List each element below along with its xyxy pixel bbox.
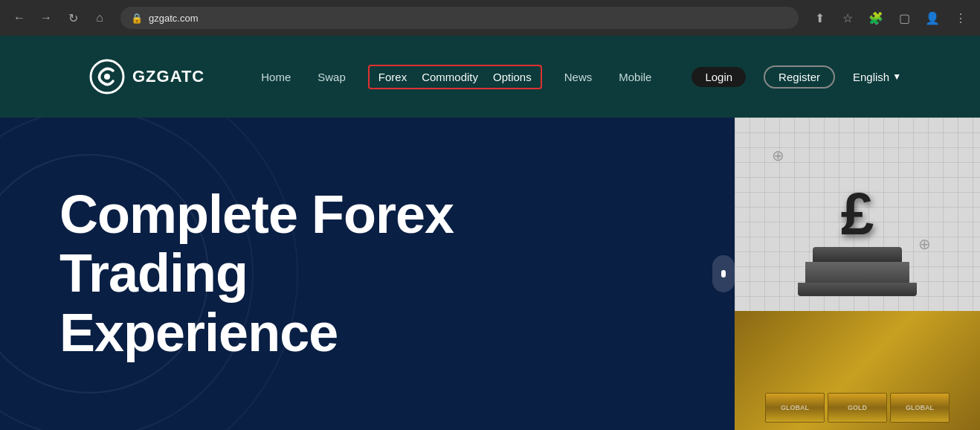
extensions-button[interactable]: 🧩 (865, 7, 886, 28)
share-button[interactable]: ⬆ (809, 7, 830, 28)
nav-mobile[interactable]: Mobile (614, 68, 656, 86)
home-button[interactable]: ⌂ (89, 7, 110, 28)
scroll-indicator (712, 255, 735, 292)
hero-line1: Complete Forex (59, 184, 454, 244)
browser-actions: ⬆ ☆ 🧩 ▢ 👤 ⋮ (809, 7, 971, 28)
hero-text-block: Complete Forex Trading Experience (0, 185, 454, 362)
pound-scene: ⊕ ⊕ £ (735, 118, 980, 311)
hero-line3: Experience (59, 303, 338, 362)
svg-point-1 (104, 74, 110, 80)
gold-bar-1: GLOBAL (765, 393, 825, 423)
hero-line2: Trading (59, 243, 248, 303)
logo-icon (89, 59, 125, 94)
pound-pedestal: £ (798, 184, 917, 296)
nav-home[interactable]: Home (257, 68, 295, 86)
gold-bar-2: GOLD (828, 393, 887, 423)
chevron-down-icon: ▼ (892, 71, 901, 82)
nav-swap[interactable]: Swap (313, 68, 350, 86)
crosshair-bottomright-icon: ⊕ (918, 235, 931, 253)
logo-area[interactable]: GZGATC (89, 59, 204, 94)
gold-bars: GLOBAL GOLD GLOBAL (735, 311, 980, 430)
url-text: gzgatc.com (149, 13, 198, 24)
site-header: GZGATC Home Swap Forex Commodity Options… (0, 36, 980, 118)
hero-image-top: ⊕ ⊕ £ (735, 118, 980, 311)
pedestal-top (813, 247, 902, 262)
nav-commodity[interactable]: Commodity (417, 68, 483, 86)
back-button[interactable]: ← (9, 7, 30, 28)
gold-bar-label-2: GOLD (848, 404, 867, 411)
nav-forex[interactable]: Forex (374, 68, 411, 86)
hero-image-area: ⊕ ⊕ £ GLOBAL GOLD GLOBAL (735, 118, 980, 430)
crosshair-topleft-icon: ⊕ (772, 147, 784, 164)
login-button[interactable]: Login (692, 67, 746, 87)
nav-options[interactable]: Options (489, 68, 536, 86)
profile-button[interactable]: 👤 (922, 7, 943, 28)
address-bar[interactable]: 🔒 gzgatc.com (120, 7, 799, 29)
scroll-dot (721, 270, 726, 277)
logo-text: GZGATC (132, 67, 204, 86)
bookmark-button[interactable]: ☆ (837, 7, 858, 28)
language-selector[interactable]: English ▼ (853, 71, 901, 83)
nav-news[interactable]: News (560, 68, 597, 86)
browser-chrome: ← → ↻ ⌂ 🔒 gzgatc.com ⬆ ☆ 🧩 ▢ 👤 ⋮ (0, 0, 980, 36)
nav-menu: Home Swap Forex Commodity Options News M… (257, 65, 901, 89)
refresh-button[interactable]: ↻ (62, 7, 83, 28)
hero-title: Complete Forex Trading Experience (59, 185, 454, 362)
language-label: English (853, 71, 889, 83)
pedestal-bot (798, 283, 917, 296)
gold-bar-3: GLOBAL (890, 393, 950, 423)
gold-bar-label-1: GLOBAL (781, 404, 809, 411)
split-view-button[interactable]: ▢ (894, 7, 915, 28)
nav-group-box: Forex Commodity Options (368, 65, 542, 89)
gold-bar-label-3: GLOBAL (906, 404, 934, 411)
pound-symbol-icon: £ (841, 184, 874, 244)
forward-button[interactable]: → (36, 7, 57, 28)
register-button[interactable]: Register (764, 65, 835, 89)
hero-section: Complete Forex Trading Experience ⊕ ⊕ £ (0, 118, 980, 430)
pedestal-mid (805, 262, 909, 283)
menu-button[interactable]: ⋮ (950, 7, 971, 28)
hero-image-bottom: GLOBAL GOLD GLOBAL (735, 311, 980, 430)
